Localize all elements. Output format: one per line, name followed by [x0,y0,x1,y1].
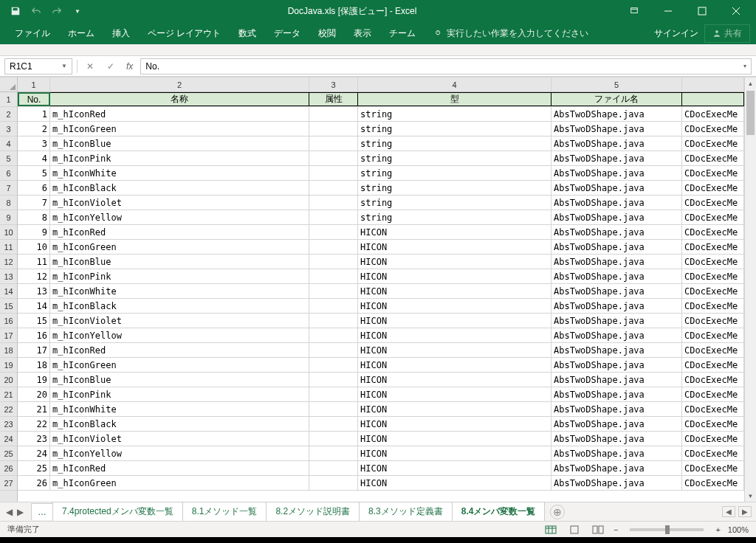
header-cell[interactable]: 属性 [309,92,358,106]
ribbon-tab-7[interactable]: 表示 [345,24,380,43]
cell[interactable]: HICON [358,314,551,328]
cell[interactable] [309,269,358,283]
formula-input[interactable]: No. ▾ [140,58,752,75]
signin-link[interactable]: サインイン [654,27,698,40]
cell[interactable]: CDocExecMe [682,284,744,298]
sheet-tab[interactable]: 8.4メンバ変数一覧 [452,502,546,522]
row-header[interactable]: 10 [0,225,17,240]
hscroll-right[interactable]: ▶ [738,506,752,517]
cell[interactable]: 5 [18,166,50,180]
undo-button[interactable] [27,2,46,20]
cell[interactable]: m_hIconWhite [50,284,309,298]
cell[interactable]: m_hIconBlack [50,299,309,313]
row-header[interactable]: 4 [0,136,17,151]
header-cell[interactable]: 型 [358,92,551,106]
row-header[interactable]: 11 [0,240,17,255]
cell[interactable]: string [358,210,551,224]
cell[interactable]: string [358,151,551,165]
cell[interactable]: HICON [358,358,551,372]
cell[interactable]: AbsTwoDShape.java [551,136,682,151]
zoom-level[interactable]: 100% [728,525,749,534]
row-header[interactable]: 8 [0,196,17,210]
cell[interactable]: 7 [18,196,50,210]
cell[interactable] [309,181,358,195]
cell[interactable] [309,299,358,313]
row-header[interactable]: 18 [0,343,17,358]
cell[interactable]: m_hIconRed [50,343,309,357]
cell[interactable]: CDocExecMe [682,196,744,210]
cell[interactable]: m_hIconYellow [50,328,309,342]
cell[interactable]: CDocExecMe [682,343,744,357]
cell[interactable]: CDocExecMe [682,122,744,136]
row-header[interactable]: 26 [0,461,17,476]
name-box-dropdown-icon[interactable]: ▼ [61,63,67,69]
cell[interactable]: AbsTwoDShape.java [551,107,682,121]
row-header[interactable]: 19 [0,358,17,373]
cell[interactable]: HICON [358,446,551,460]
cell[interactable]: AbsTwoDShape.java [551,476,682,490]
cell[interactable]: AbsTwoDShape.java [551,432,682,446]
row-header[interactable]: 6 [0,166,17,181]
zoom-in-button[interactable]: + [715,525,720,534]
cell[interactable]: string [358,181,551,195]
view-page-layout-button[interactable] [566,523,583,536]
cell[interactable]: CDocExecMe [682,210,744,224]
cell[interactable]: string [358,107,551,121]
scroll-thumb[interactable] [746,91,755,135]
cell[interactable]: CDocExecMe [682,299,744,313]
cell[interactable]: AbsTwoDShape.java [551,240,682,254]
cell[interactable]: 9 [18,225,50,239]
cell[interactable]: m_hIconRed [50,107,309,121]
row-header[interactable]: 23 [0,417,17,432]
cell[interactable]: 12 [18,269,50,283]
cell[interactable]: 2 [18,122,50,136]
name-box[interactable]: R1C1 ▼ [4,58,72,75]
cell[interactable]: m_hIconGreen [50,476,309,490]
cell[interactable]: 25 [18,461,50,475]
row-header[interactable]: 25 [0,446,17,461]
cell[interactable]: CDocExecMe [682,461,744,475]
row-header[interactable]: 13 [0,269,17,284]
cell[interactable]: AbsTwoDShape.java [551,255,682,269]
cell[interactable]: m_hIconGreen [50,240,309,254]
cell[interactable]: AbsTwoDShape.java [551,358,682,372]
cell[interactable]: AbsTwoDShape.java [551,269,682,283]
cell[interactable]: HICON [358,343,551,357]
cell[interactable]: AbsTwoDShape.java [551,373,682,387]
cell[interactable] [309,446,358,460]
sheet-nav-next[interactable]: ▶ [16,507,25,517]
ribbon-options-button[interactable] [617,0,651,22]
cell[interactable]: CDocExecMe [682,402,744,416]
cell[interactable]: CDocExecMe [682,387,744,401]
cell[interactable]: CDocExecMe [682,358,744,372]
close-button[interactable] [719,0,753,22]
row-header[interactable]: 9 [0,210,17,225]
cell[interactable]: CDocExecMe [682,151,744,165]
cell[interactable]: 4 [18,151,50,165]
cell[interactable]: HICON [358,417,551,431]
cell[interactable]: 1 [18,107,50,121]
header-cell[interactable]: No. [18,92,50,106]
cell[interactable]: HICON [358,255,551,269]
hscroll-left[interactable]: ◀ [722,506,735,517]
row-header[interactable]: 1 [0,92,17,107]
cell[interactable]: HICON [358,299,551,313]
ribbon-tab-8[interactable]: チーム [380,24,425,43]
grid-body[interactable]: 12345 No.名称属性型ファイル名1m_hIconRedstringAbsT… [18,77,744,502]
fx-icon[interactable]: fx [123,61,136,72]
cell[interactable]: m_hIconBlue [50,373,309,387]
cell[interactable]: CDocExecMe [682,269,744,283]
cell[interactable]: AbsTwoDShape.java [551,196,682,210]
row-header[interactable]: 7 [0,181,17,196]
column-header[interactable]: 5 [551,77,682,91]
scroll-down-arrow[interactable]: ▼ [745,490,756,502]
formula-confirm-button[interactable]: ✓ [103,58,119,75]
minimize-button[interactable] [651,0,685,22]
cell[interactable]: HICON [358,328,551,342]
save-button[interactable] [6,2,25,20]
cell[interactable]: AbsTwoDShape.java [551,387,682,401]
formula-expand-icon[interactable]: ▾ [743,63,746,69]
vertical-scrollbar[interactable]: ▲ ▼ [744,77,756,502]
cell[interactable] [309,196,358,210]
cell[interactable] [309,417,358,431]
